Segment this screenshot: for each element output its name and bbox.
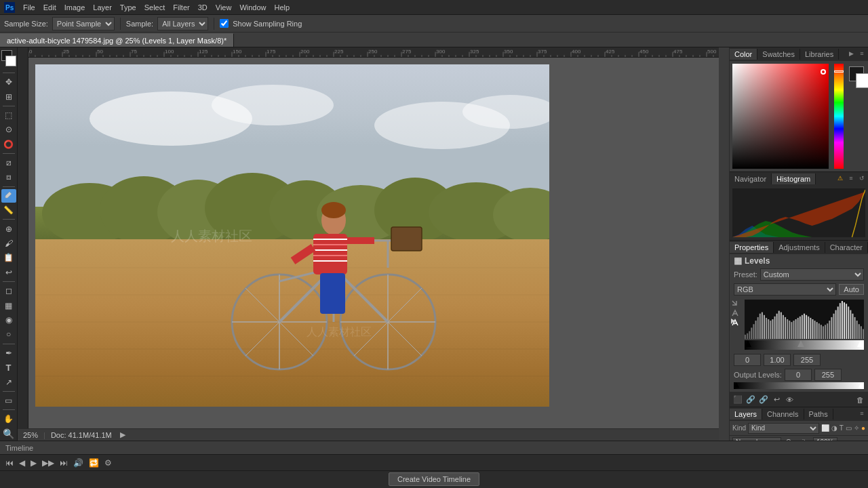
prop-icon4[interactable]: ↩ — [771, 394, 782, 405]
gradient-tool[interactable]: ▦ — [1, 298, 16, 312]
document-tab[interactable]: active-adult-bicycle 1479584.jpg @ 25% (… — [0, 33, 234, 47]
spot-healing-tool[interactable]: ⊕ — [1, 222, 16, 235]
menu-3d[interactable]: 3D — [194, 2, 212, 13]
lasso-tool[interactable]: ⊙ — [1, 123, 16, 136]
input-levels-mid[interactable]: 1.00 — [764, 354, 791, 366]
input-levels-max[interactable]: 255 — [793, 354, 821, 366]
blur-tool[interactable]: ◉ — [1, 313, 16, 327]
prop-icon1[interactable]: ⬛ — [732, 394, 743, 405]
prop-icon3[interactable]: 🔗 — [758, 394, 769, 405]
dodge-tool[interactable]: ○ — [1, 327, 16, 341]
set-white-point-tool[interactable] — [731, 319, 739, 327]
tab-swatches[interactable]: Swatches — [757, 49, 800, 60]
type-tool[interactable]: T — [1, 361, 16, 374]
ruler-tool[interactable]: 📏 — [1, 203, 16, 217]
tab-layers[interactable]: Layers — [730, 409, 762, 420]
tl-next-frame[interactable]: ▶▶ — [41, 458, 56, 468]
color-spectrum[interactable] — [732, 64, 829, 169]
tl-loop[interactable]: 🔁 — [87, 458, 100, 468]
filter-adj-icon[interactable]: ◑ — [831, 424, 837, 432]
filter-toggle[interactable]: ● — [861, 424, 865, 432]
eraser-tool[interactable]: ◻ — [1, 284, 16, 298]
create-video-timeline-button[interactable]: Create Video Timeline — [389, 472, 479, 486]
prop-icon2[interactable]: 🔗 — [745, 394, 756, 405]
tl-settings[interactable]: ⚙ — [103, 458, 113, 468]
channel-select[interactable]: RGB Red Green Blue — [734, 283, 836, 296]
set-black-point-tool[interactable] — [731, 300, 739, 308]
output-black-handle[interactable] — [734, 382, 739, 388]
tab-properties[interactable]: Properties — [730, 242, 774, 253]
history-tool[interactable]: ↩ — [1, 266, 16, 279]
output-levels-min[interactable]: 0 — [785, 369, 812, 381]
hue-slider[interactable] — [834, 64, 844, 169]
marquee-tool[interactable]: ⬚ — [1, 108, 16, 122]
sample-select[interactable]: All Layers — [157, 17, 208, 30]
samplesize-select[interactable]: Point Sample — [52, 17, 115, 30]
warning-icon[interactable]: ⚠ — [835, 174, 845, 183]
output-levels-max[interactable]: 255 — [814, 369, 842, 381]
hand-tool[interactable]: ✋ — [1, 412, 16, 426]
menu-select[interactable]: Select — [140, 2, 170, 13]
menu-view[interactable]: View — [212, 2, 236, 13]
menu-filter[interactable]: Filter — [169, 2, 193, 13]
quick-select-tool[interactable]: ⭕ — [1, 138, 16, 151]
artboard-tool[interactable]: ⊞ — [1, 89, 16, 103]
tl-prev-frame[interactable]: ◀ — [18, 458, 26, 468]
background-swatch[interactable] — [856, 73, 868, 88]
menu-edit[interactable]: Edit — [39, 2, 60, 13]
prop-icon5[interactable]: 👁 — [784, 394, 795, 405]
menu-layer[interactable]: Layer — [89, 2, 116, 13]
sampling-ring-checkbox[interactable] — [220, 19, 229, 28]
prop-delete-icon[interactable]: 🗑 — [854, 394, 865, 405]
input-levels-slider[interactable] — [745, 340, 864, 350]
kind-select[interactable]: Kind — [748, 423, 819, 434]
menu-image[interactable]: Image — [60, 2, 90, 13]
stamp-tool[interactable]: 📋 — [1, 251, 16, 264]
tab-channels[interactable]: Channels — [762, 409, 804, 420]
tab-paths[interactable]: Paths — [804, 409, 833, 420]
menu-color-icon[interactable]: ≡ — [857, 49, 867, 58]
filter-type-icon[interactable]: T — [840, 424, 844, 432]
pen-tool[interactable]: ✒ — [1, 346, 16, 360]
filter-smart-icon[interactable]: ✧ — [854, 424, 859, 432]
menu-file[interactable]: File — [19, 2, 39, 13]
menu-window[interactable]: Window — [235, 2, 270, 13]
output-white-handle[interactable] — [859, 382, 864, 388]
tab-navigator[interactable]: Navigator — [730, 174, 772, 184]
crop-tool[interactable]: ⧄ — [1, 156, 16, 169]
tl-audio[interactable]: 🔊 — [72, 458, 85, 468]
tl-last-frame[interactable]: ⏭ — [58, 458, 69, 468]
move-tool[interactable]: ✥ — [1, 75, 16, 89]
eyedropper-tool[interactable] — [1, 189, 16, 203]
document-canvas[interactable]: 人人素材社区 人人素材社区 — [35, 64, 549, 407]
tab-adjustments[interactable]: Adjustments — [774, 242, 825, 253]
output-levels-slider[interactable] — [734, 382, 864, 389]
histogram-options-icon[interactable]: ≡ — [846, 174, 856, 183]
menu-type[interactable]: Type — [116, 2, 140, 13]
canvas-inner[interactable]: 人人素材社区 人人素材社区 — [28, 58, 719, 428]
background-color[interactable] — [5, 56, 16, 66]
refresh-icon[interactable]: ↺ — [857, 174, 867, 183]
black-point-handle[interactable] — [745, 340, 751, 347]
tab-histogram[interactable]: Histogram — [772, 174, 816, 184]
menu-help[interactable]: Help — [271, 2, 294, 13]
tl-first-frame[interactable]: ⏮ — [4, 458, 15, 468]
brush-tool[interactable]: 🖌 — [1, 237, 16, 250]
auto-button[interactable]: Auto — [839, 284, 864, 295]
path-select-tool[interactable]: ↗ — [1, 375, 16, 388]
zoom-tool[interactable]: 🔍 — [1, 427, 16, 441]
status-arrow[interactable]: ▶ — [120, 430, 125, 439]
perspective-tool[interactable]: ⧈ — [1, 170, 16, 184]
tab-character[interactable]: Character — [825, 242, 868, 253]
collapse-color-icon[interactable]: ▶ — [846, 49, 856, 58]
set-gray-point-tool[interactable] — [731, 309, 739, 317]
preset-select[interactable]: Custom — [760, 268, 864, 281]
filter-shape-icon[interactable]: ▭ — [846, 424, 852, 432]
tab-color[interactable]: Color — [730, 49, 757, 60]
layers-menu-icon[interactable]: ≡ — [857, 409, 867, 418]
input-levels-min[interactable]: 0 — [734, 354, 761, 366]
filter-pixel-icon[interactable]: ⬜ — [821, 424, 829, 432]
rectangle-tool[interactable]: ▭ — [1, 394, 16, 407]
midpoint-handle[interactable] — [797, 340, 804, 347]
tl-play[interactable]: ▶ — [29, 458, 38, 468]
